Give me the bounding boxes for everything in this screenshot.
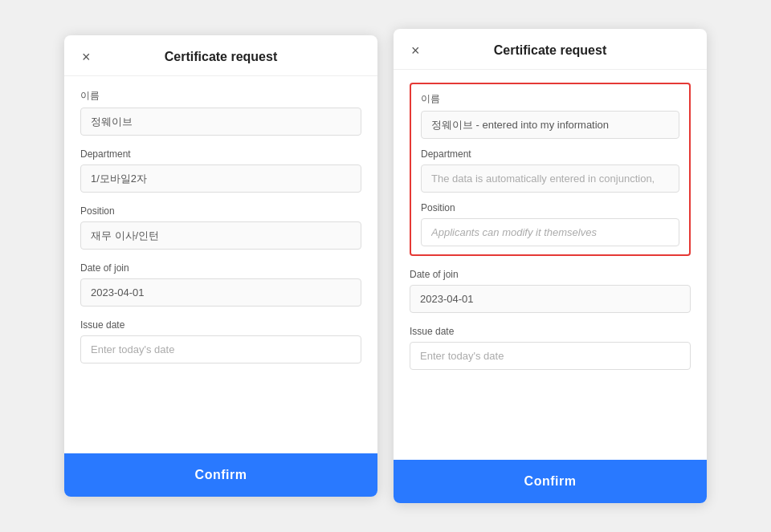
left-input-issue-date[interactable] <box>80 335 361 363</box>
right-input-name[interactable] <box>421 111 679 139</box>
left-label-issue-date: Issue date <box>80 319 361 331</box>
right-input-department[interactable] <box>421 164 679 193</box>
left-label-department: Department <box>80 148 361 160</box>
right-field-department: Department <box>421 148 679 193</box>
left-dialog-title: Certificate request <box>165 50 278 64</box>
left-input-department[interactable] <box>80 164 361 193</box>
left-field-date-join: Date of join <box>80 262 361 307</box>
left-label-date-join: Date of join <box>80 262 361 274</box>
left-field-issue-date: Issue date <box>80 319 361 363</box>
left-field-position: Position <box>80 205 361 250</box>
left-input-date-join[interactable] <box>80 278 361 307</box>
left-dialog-spacer <box>80 376 361 441</box>
highlighted-section: 이름 Department Position <box>410 83 691 256</box>
right-label-position: Position <box>421 202 679 213</box>
right-dialog-spacer <box>410 383 691 447</box>
left-confirm-button[interactable]: Confirm <box>64 453 377 497</box>
left-certificate-dialog: × Certificate request 이름 Department Posi… <box>64 35 377 497</box>
right-confirm-button[interactable]: Confirm <box>394 460 707 503</box>
right-input-date-join[interactable] <box>410 285 691 313</box>
right-close-button[interactable]: × <box>406 42 425 59</box>
right-field-name: 이름 <box>421 92 679 139</box>
left-close-button[interactable]: × <box>77 48 96 66</box>
right-dialog-header: × Certificate request <box>394 29 707 70</box>
right-label-date-join: Date of join <box>410 269 691 280</box>
right-field-date-join: Date of join <box>410 269 691 313</box>
right-dialog-body: 이름 Department Position Date of join Issu… <box>394 70 707 460</box>
right-input-issue-date[interactable] <box>410 342 691 370</box>
left-dialog-header: × Certificate request <box>64 35 377 76</box>
right-label-name: 이름 <box>421 92 679 106</box>
right-field-position: Position <box>421 202 679 246</box>
right-certificate-dialog: × Certificate request 이름 Department Posi… <box>394 29 707 503</box>
left-label-name: 이름 <box>80 89 361 103</box>
left-input-name[interactable] <box>80 108 361 136</box>
right-label-issue-date: Issue date <box>410 326 691 337</box>
left-label-position: Position <box>80 205 361 217</box>
right-field-issue-date: Issue date <box>410 326 691 370</box>
left-field-department: Department <box>80 148 361 193</box>
left-dialog-body: 이름 Department Position Date of join Issu… <box>64 76 377 453</box>
right-dialog-title: Certificate request <box>494 43 607 58</box>
right-label-department: Department <box>421 148 679 160</box>
right-input-position[interactable] <box>421 218 679 246</box>
left-field-name: 이름 <box>80 89 361 136</box>
left-input-position[interactable] <box>80 221 361 250</box>
